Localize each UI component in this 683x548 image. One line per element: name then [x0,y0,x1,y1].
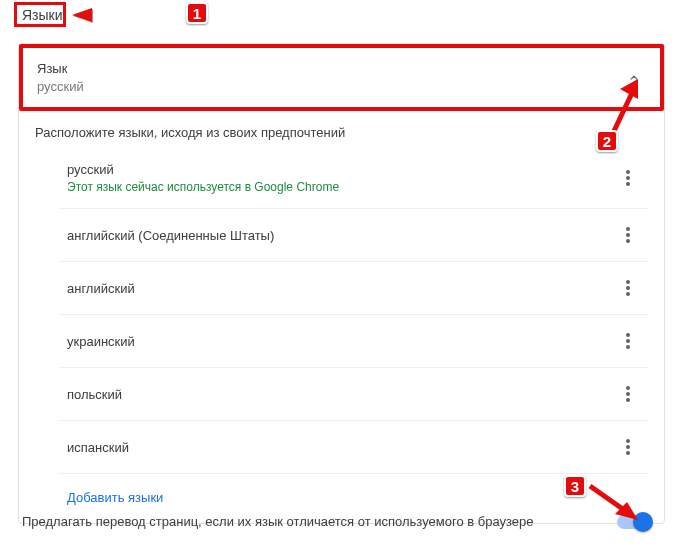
language-name: польский [67,387,122,402]
language-subtext: Этот язык сейчас используется в Google C… [67,180,339,194]
translate-toggle-row: Предлагать перевод страниц, если их язык… [18,508,665,535]
language-card: Язык русский Расположите языки, исходя и… [18,43,665,524]
language-name: украинский [67,334,135,349]
language-header-text: Язык русский [37,60,84,95]
more-icon[interactable] [616,276,640,300]
language-name: английский [67,281,135,296]
language-card-body: Расположите языки, исходя из своих предп… [19,111,664,523]
language-name: русский [67,162,339,177]
annotation-arrow-3 [585,480,640,525]
language-row: польский [59,368,648,421]
svg-marker-1 [72,8,92,22]
language-row: испанский [59,421,648,474]
language-header-label: Язык [37,60,84,78]
language-row: русский Этот язык сейчас используется в … [59,148,648,209]
language-row: украинский [59,315,648,368]
translate-toggle-label: Предлагать перевод страниц, если их язык… [22,514,534,529]
more-icon[interactable] [616,382,640,406]
annotation-badge-2: 2 [596,130,618,152]
more-icon[interactable] [616,223,640,247]
more-icon[interactable] [616,166,640,190]
annotation-arrow-1 [72,6,182,24]
annotation-box-1 [14,2,66,27]
language-instruction: Расположите языки, исходя из своих предп… [35,125,648,140]
annotation-badge-3: 3 [564,475,586,497]
language-row: английский [59,262,648,315]
language-info: русский Этот язык сейчас используется в … [67,162,339,194]
more-icon[interactable] [616,435,640,459]
more-icon[interactable] [616,329,640,353]
language-header-value: русский [37,78,84,96]
language-name: английский (Соединенные Штаты) [67,228,274,243]
annotation-badge-1: 1 [186,2,208,24]
language-header[interactable]: Язык русский [19,44,664,111]
language-row: английский (Соединенные Штаты) [59,209,648,262]
language-name: испанский [67,440,129,455]
